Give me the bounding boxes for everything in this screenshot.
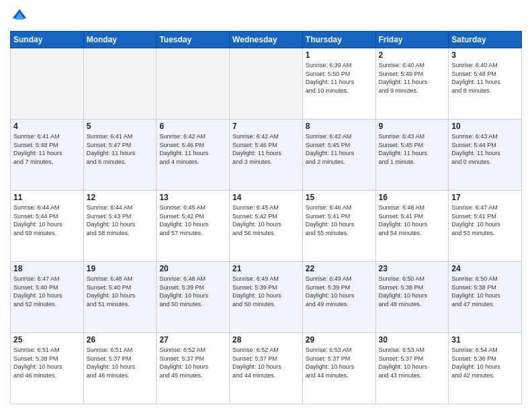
calendar-cell: 16Sunrise: 6:46 AM Sunset: 5:41 PM Dayli… bbox=[375, 191, 449, 262]
day-number: 1 bbox=[306, 50, 373, 60]
calendar-cell bbox=[157, 48, 230, 120]
day-info: Sunrise: 6:53 AM Sunset: 5:37 PM Dayligh… bbox=[306, 346, 373, 379]
day-number: 9 bbox=[379, 122, 446, 131]
calendar-cell bbox=[230, 48, 303, 120]
calendar-week-row: 25Sunrise: 6:51 AM Sunset: 5:38 PM Dayli… bbox=[11, 333, 522, 404]
day-info: Sunrise: 6:40 AM Sunset: 5:48 PM Dayligh… bbox=[451, 61, 519, 95]
day-info: Sunrise: 6:41 AM Sunset: 5:48 PM Dayligh… bbox=[13, 132, 81, 166]
day-info: Sunrise: 6:47 AM Sunset: 5:41 PM Dayligh… bbox=[451, 203, 519, 237]
header bbox=[10, 7, 522, 26]
calendar-cell: 10Sunrise: 6:43 AM Sunset: 5:44 PM Dayli… bbox=[449, 120, 522, 191]
calendar-cell: 19Sunrise: 6:48 AM Sunset: 5:40 PM Dayli… bbox=[83, 262, 157, 333]
day-number: 27 bbox=[159, 335, 226, 345]
calendar-cell: 4Sunrise: 6:41 AM Sunset: 5:48 PM Daylig… bbox=[11, 120, 84, 191]
day-info: Sunrise: 6:40 AM Sunset: 5:49 PM Dayligh… bbox=[379, 61, 446, 95]
calendar-cell: 23Sunrise: 6:50 AM Sunset: 5:38 PM Dayli… bbox=[375, 262, 449, 333]
calendar-cell: 25Sunrise: 6:51 AM Sunset: 5:38 PM Dayli… bbox=[11, 333, 84, 404]
day-info: Sunrise: 6:46 AM Sunset: 5:41 PM Dayligh… bbox=[306, 203, 373, 237]
day-number: 21 bbox=[232, 264, 300, 273]
day-info: Sunrise: 6:54 AM Sunset: 5:36 PM Dayligh… bbox=[451, 346, 519, 379]
day-number: 3 bbox=[451, 50, 519, 60]
calendar-week-row: 1Sunrise: 6:39 AM Sunset: 5:50 PM Daylig… bbox=[11, 48, 522, 120]
calendar-cell: 6Sunrise: 6:42 AM Sunset: 5:46 PM Daylig… bbox=[157, 120, 230, 191]
day-number: 12 bbox=[87, 193, 154, 202]
day-number: 6 bbox=[159, 122, 226, 131]
calendar-cell: 21Sunrise: 6:49 AM Sunset: 5:39 PM Dayli… bbox=[230, 262, 303, 333]
weekday-header-sunday: Sunday bbox=[11, 32, 84, 48]
calendar-cell: 5Sunrise: 6:41 AM Sunset: 5:47 PM Daylig… bbox=[83, 120, 157, 191]
calendar-cell: 3Sunrise: 6:40 AM Sunset: 5:48 PM Daylig… bbox=[449, 48, 522, 120]
day-number: 20 bbox=[159, 264, 226, 273]
day-number: 13 bbox=[159, 193, 226, 202]
weekday-header-tuesday: Tuesday bbox=[157, 32, 230, 48]
calendar-week-row: 11Sunrise: 6:44 AM Sunset: 5:44 PM Dayli… bbox=[11, 191, 522, 262]
day-info: Sunrise: 6:41 AM Sunset: 5:47 PM Dayligh… bbox=[87, 132, 154, 166]
day-info: Sunrise: 6:43 AM Sunset: 5:45 PM Dayligh… bbox=[379, 132, 446, 166]
day-number: 5 bbox=[87, 122, 154, 131]
calendar-cell: 11Sunrise: 6:44 AM Sunset: 5:44 PM Dayli… bbox=[11, 191, 84, 262]
weekday-header-saturday: Saturday bbox=[449, 32, 522, 48]
calendar-cell: 14Sunrise: 6:45 AM Sunset: 5:42 PM Dayli… bbox=[230, 191, 303, 262]
day-number: 15 bbox=[306, 193, 373, 202]
calendar-cell bbox=[11, 48, 84, 120]
weekday-header-monday: Monday bbox=[83, 32, 157, 48]
day-info: Sunrise: 6:42 AM Sunset: 5:46 PM Dayligh… bbox=[232, 132, 300, 166]
calendar-cell: 26Sunrise: 6:51 AM Sunset: 5:37 PM Dayli… bbox=[83, 333, 157, 404]
day-info: Sunrise: 6:52 AM Sunset: 5:37 PM Dayligh… bbox=[159, 346, 226, 379]
day-number: 28 bbox=[232, 335, 300, 345]
day-number: 10 bbox=[451, 122, 519, 131]
day-info: Sunrise: 6:52 AM Sunset: 5:37 PM Dayligh… bbox=[232, 346, 300, 379]
weekday-header-wednesday: Wednesday bbox=[230, 32, 303, 48]
day-info: Sunrise: 6:50 AM Sunset: 5:38 PM Dayligh… bbox=[451, 275, 519, 308]
day-info: Sunrise: 6:48 AM Sunset: 5:39 PM Dayligh… bbox=[159, 275, 226, 308]
calendar-cell bbox=[83, 48, 157, 120]
day-info: Sunrise: 6:39 AM Sunset: 5:50 PM Dayligh… bbox=[306, 61, 373, 95]
calendar-cell: 27Sunrise: 6:52 AM Sunset: 5:37 PM Dayli… bbox=[157, 333, 230, 404]
calendar-cell: 31Sunrise: 6:54 AM Sunset: 5:36 PM Dayli… bbox=[449, 333, 522, 404]
weekday-header-friday: Friday bbox=[375, 32, 449, 48]
day-number: 25 bbox=[13, 335, 81, 345]
day-number: 26 bbox=[87, 335, 154, 345]
logo-icon bbox=[10, 7, 29, 26]
calendar-cell: 24Sunrise: 6:50 AM Sunset: 5:38 PM Dayli… bbox=[449, 262, 522, 333]
calendar-cell: 12Sunrise: 6:44 AM Sunset: 5:43 PM Dayli… bbox=[83, 191, 157, 262]
day-info: Sunrise: 6:43 AM Sunset: 5:44 PM Dayligh… bbox=[451, 132, 519, 166]
day-info: Sunrise: 6:48 AM Sunset: 5:40 PM Dayligh… bbox=[87, 275, 154, 308]
day-info: Sunrise: 6:50 AM Sunset: 5:38 PM Dayligh… bbox=[379, 275, 446, 308]
calendar-week-row: 4Sunrise: 6:41 AM Sunset: 5:48 PM Daylig… bbox=[11, 120, 522, 191]
calendar-cell: 7Sunrise: 6:42 AM Sunset: 5:46 PM Daylig… bbox=[230, 120, 303, 191]
logo bbox=[10, 7, 32, 26]
day-number: 18 bbox=[13, 264, 81, 273]
calendar-cell: 17Sunrise: 6:47 AM Sunset: 5:41 PM Dayli… bbox=[449, 191, 522, 262]
day-number: 19 bbox=[87, 264, 154, 273]
day-number: 4 bbox=[13, 122, 81, 131]
page: SundayMondayTuesdayWednesdayThursdayFrid… bbox=[0, 0, 532, 411]
day-number: 2 bbox=[379, 50, 446, 60]
calendar-cell: 22Sunrise: 6:49 AM Sunset: 5:39 PM Dayli… bbox=[302, 262, 375, 333]
day-info: Sunrise: 6:44 AM Sunset: 5:43 PM Dayligh… bbox=[87, 203, 154, 237]
day-info: Sunrise: 6:51 AM Sunset: 5:38 PM Dayligh… bbox=[13, 346, 81, 379]
day-info: Sunrise: 6:46 AM Sunset: 5:41 PM Dayligh… bbox=[379, 203, 446, 237]
calendar-cell: 29Sunrise: 6:53 AM Sunset: 5:37 PM Dayli… bbox=[302, 333, 375, 404]
day-info: Sunrise: 6:53 AM Sunset: 5:37 PM Dayligh… bbox=[379, 346, 446, 379]
day-number: 8 bbox=[306, 122, 373, 131]
day-number: 23 bbox=[379, 264, 446, 273]
day-number: 7 bbox=[232, 122, 300, 131]
day-number: 14 bbox=[232, 193, 300, 202]
day-number: 31 bbox=[451, 335, 519, 345]
calendar-cell: 28Sunrise: 6:52 AM Sunset: 5:37 PM Dayli… bbox=[230, 333, 303, 404]
calendar-header-row: SundayMondayTuesdayWednesdayThursdayFrid… bbox=[11, 32, 522, 48]
day-info: Sunrise: 6:42 AM Sunset: 5:45 PM Dayligh… bbox=[306, 132, 373, 166]
calendar-cell: 1Sunrise: 6:39 AM Sunset: 5:50 PM Daylig… bbox=[302, 48, 375, 120]
calendar-cell: 30Sunrise: 6:53 AM Sunset: 5:37 PM Dayli… bbox=[375, 333, 449, 404]
day-info: Sunrise: 6:49 AM Sunset: 5:39 PM Dayligh… bbox=[306, 275, 373, 308]
calendar-cell: 2Sunrise: 6:40 AM Sunset: 5:49 PM Daylig… bbox=[375, 48, 449, 120]
calendar-cell: 9Sunrise: 6:43 AM Sunset: 5:45 PM Daylig… bbox=[375, 120, 449, 191]
day-info: Sunrise: 6:42 AM Sunset: 5:46 PM Dayligh… bbox=[159, 132, 226, 166]
day-info: Sunrise: 6:44 AM Sunset: 5:44 PM Dayligh… bbox=[13, 203, 81, 237]
calendar-cell: 15Sunrise: 6:46 AM Sunset: 5:41 PM Dayli… bbox=[302, 191, 375, 262]
calendar-cell: 18Sunrise: 6:47 AM Sunset: 5:40 PM Dayli… bbox=[11, 262, 84, 333]
calendar-week-row: 18Sunrise: 6:47 AM Sunset: 5:40 PM Dayli… bbox=[11, 262, 522, 333]
calendar-cell: 8Sunrise: 6:42 AM Sunset: 5:45 PM Daylig… bbox=[302, 120, 375, 191]
day-number: 16 bbox=[379, 193, 446, 202]
